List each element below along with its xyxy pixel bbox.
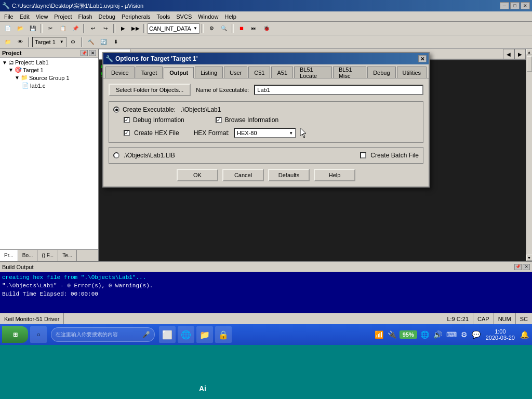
lib-radio[interactable] bbox=[113, 152, 119, 158]
create-exec-row: Create Executable: .\Objects\Lab1 bbox=[113, 106, 419, 113]
help-btn[interactable]: Help bbox=[314, 169, 355, 181]
dialog-footer: OK Cancel Defaults Help bbox=[109, 169, 423, 181]
dialog-tab-target[interactable]: Target bbox=[136, 66, 163, 78]
dialog-tab-utilities[interactable]: Utilities bbox=[397, 66, 427, 78]
browse-check-mark: ✓ bbox=[217, 117, 221, 123]
create-hex-checkbox[interactable]: ✓ bbox=[124, 130, 130, 136]
dialog-tab-bl51misc[interactable]: BL51 Misc bbox=[333, 66, 366, 78]
create-exec-group: Create Executable: .\Objects\Lab1 ✓ Debu… bbox=[109, 101, 423, 143]
mouse-cursor bbox=[300, 128, 307, 138]
dialog-tab-bl51locate[interactable]: BL51 Locate bbox=[294, 66, 332, 78]
dialog-icon: 🔧 bbox=[105, 55, 113, 62]
hex-check-mark: ✓ bbox=[125, 130, 129, 136]
hex-dropdown-arrow-icon: ▼ bbox=[289, 131, 293, 136]
hex-row: ✓ Create HEX File HEX Format: HEX-80 ▼ bbox=[124, 128, 419, 138]
create-batch-label: Create Batch File bbox=[370, 152, 419, 159]
debug-info-label: Debug Information bbox=[133, 116, 184, 124]
dialog-title-bar: 🔧 Options for Target 'Target 1' ✕ bbox=[103, 53, 429, 64]
dialog-body: Select Folder for Objects... Name of Exe… bbox=[103, 78, 429, 187]
debug-info-checkbox[interactable]: ✓ bbox=[124, 117, 130, 123]
debug-check-mark: ✓ bbox=[125, 117, 129, 123]
exe-name-label: Name of Executable: bbox=[196, 87, 249, 93]
options-dialog: 🔧 Options for Target 'Target 1' ✕ Device… bbox=[102, 52, 430, 188]
dialog-tab-output[interactable]: Output bbox=[164, 67, 194, 78]
dialog-title-text: Options for Target 'Target 1' bbox=[115, 55, 198, 62]
create-exec-label: Create Executable: bbox=[123, 106, 176, 113]
create-exec-radio[interactable] bbox=[113, 107, 119, 113]
browse-info-checkbox[interactable]: ✓ bbox=[216, 117, 222, 123]
dialog-tabs: Device Target Output Listing User C51 A5… bbox=[103, 64, 429, 78]
browse-info-label: Browse Information bbox=[225, 116, 278, 124]
dialog-tab-listing[interactable]: Listing bbox=[195, 66, 223, 78]
dialog-tab-device[interactable]: Device bbox=[105, 66, 135, 78]
dialog-overlay: 🔧 Options for Target 'Target 1' ✕ Device… bbox=[0, 0, 532, 399]
dialog-top-row: Select Folder for Objects... Name of Exe… bbox=[109, 84, 423, 96]
lib-row: .\Objects\Lab1.LIB Create Batch File bbox=[113, 152, 419, 159]
select-folder-btn[interactable]: Select Folder for Objects... bbox=[109, 84, 191, 96]
hex-format-label: HEX Format: bbox=[194, 129, 230, 137]
cancel-btn[interactable]: Cancel bbox=[222, 169, 264, 181]
create-batch-checkbox[interactable] bbox=[360, 152, 366, 158]
exec-path-value: .\Objects\Lab1 bbox=[181, 106, 221, 113]
radio-dot bbox=[115, 109, 118, 111]
dialog-close-btn[interactable]: ✕ bbox=[418, 55, 427, 62]
browse-info-row: ✓ Browse Information bbox=[216, 116, 278, 124]
dialog-tab-user[interactable]: User bbox=[224, 66, 247, 78]
debug-info-row: ✓ Debug Information bbox=[124, 116, 184, 124]
dialog-tab-a51[interactable]: A51 bbox=[271, 66, 293, 78]
defaults-btn[interactable]: Defaults bbox=[268, 169, 310, 181]
cursor-svg bbox=[300, 128, 307, 138]
hex-format-dropdown[interactable]: HEX-80 ▼ bbox=[234, 128, 296, 138]
create-hex-label: Create HEX File bbox=[134, 129, 179, 137]
lib-path-label: .\Objects\Lab1.LIB bbox=[124, 152, 175, 159]
ok-btn[interactable]: OK bbox=[177, 169, 218, 181]
exe-name-input[interactable] bbox=[254, 85, 423, 95]
dialog-tab-debug[interactable]: Debug bbox=[367, 66, 395, 78]
lib-group: .\Objects\Lab1.LIB Create Batch File bbox=[109, 147, 423, 164]
hex-format-value: HEX-80 bbox=[237, 130, 289, 136]
dialog-tab-c51[interactable]: C51 bbox=[248, 66, 270, 78]
